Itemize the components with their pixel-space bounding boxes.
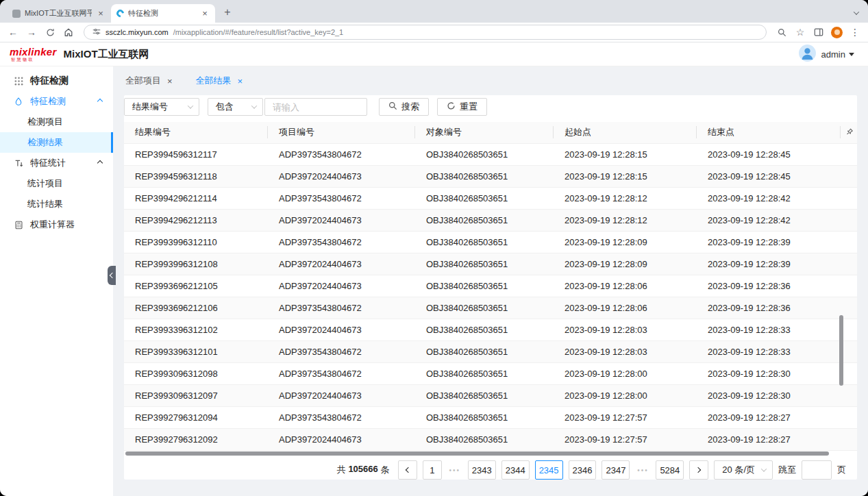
browser-tab-feature-detect[interactable]: 特征检测 ×: [111, 4, 215, 23]
kebab-menu-icon[interactable]: ⋮: [849, 27, 861, 38]
vertical-scrollbar[interactable]: [839, 315, 843, 386]
browser-window: MixIOT工业互联网平 × 特征检测 × + ← → ssczlc.mixyu…: [0, 0, 868, 496]
table-cell-pin: [841, 231, 857, 253]
sidebar-item-detect-result[interactable]: 检测结果: [0, 132, 113, 153]
table-cell: REP3994596312118: [124, 165, 268, 187]
table-cell: 2023-09-19 12:28:03: [554, 340, 697, 362]
table-cell: 2023-09-19 12:28:27: [697, 428, 841, 450]
table-cell: OBJ3840268503651: [415, 187, 554, 209]
reset-button[interactable]: 重置: [437, 98, 487, 116]
sidebar-app-title-label: 特征检测: [30, 75, 69, 87]
reload-icon[interactable]: [44, 28, 56, 37]
zoom-icon[interactable]: [776, 28, 788, 37]
search-icon: [388, 101, 397, 112]
table-cell-pin: [841, 297, 857, 319]
table-cell: REP3993996312110: [124, 231, 268, 253]
table-cell: REP3993696212106: [124, 297, 268, 319]
field-select[interactable]: 结果编号: [124, 98, 199, 116]
table-row: REP3992796312092ADP3972024404673OBJ38402…: [124, 428, 857, 450]
sidebar-collapse-handle[interactable]: [108, 266, 116, 285]
sidebar-item-stats-project[interactable]: 统计项目: [0, 173, 113, 194]
table-cell: 2023-09-19 12:28:12: [554, 187, 697, 209]
page-button-2346[interactable]: 2346: [569, 460, 597, 480]
sidebar-group-weight-calculator[interactable]: 权重计算器: [0, 214, 113, 235]
table-cell: 2023-09-19 12:27:57: [554, 428, 697, 450]
page-ellipsis[interactable]: •••: [635, 467, 650, 474]
results-table: 结果编号 项目编号 对象编号 起始点 结束点: [124, 122, 857, 456]
sidebar-item-detect-project[interactable]: 检测项目: [0, 112, 113, 132]
pagination-pages: 1•••23432344234523462347•••5284: [423, 460, 684, 480]
forward-icon[interactable]: →: [25, 27, 38, 38]
page-size-select[interactable]: 20 条/页: [714, 460, 773, 480]
tab-close-icon[interactable]: ×: [167, 76, 173, 86]
user-menu-caret-icon[interactable]: [849, 53, 854, 56]
table-cell: REP3993096312097: [124, 384, 268, 406]
page-button-1[interactable]: 1: [423, 460, 442, 480]
table-row: REP3994596312117ADP3973543804672OBJ38402…: [124, 143, 857, 165]
url-path: /mixapplication/#/feature/result/list?ac…: [173, 28, 344, 36]
sidebar-item-stats-result[interactable]: 统计结果: [0, 194, 113, 214]
site-info-icon[interactable]: [92, 27, 101, 37]
user-avatar[interactable]: [799, 45, 816, 64]
table-row: REP3993396312102ADP3972024404673OBJ38402…: [124, 319, 857, 340]
operator-select[interactable]: 包含: [208, 98, 263, 116]
page-button-5284[interactable]: 5284: [656, 460, 684, 480]
sidebar-app-title: 特征检测: [0, 71, 113, 91]
page-button-2344[interactable]: 2344: [501, 460, 530, 480]
home-icon[interactable]: [62, 27, 75, 37]
jump-page-input[interactable]: [802, 460, 832, 480]
sidebar: 特征检测 特征检测 检测项目 检测结果 特征统计: [0, 66, 113, 496]
table-cell: OBJ3840268503651: [415, 231, 554, 253]
column-header-pin[interactable]: [841, 122, 857, 143]
column-header: 结果编号: [124, 122, 268, 143]
sidebar-group-label: 权重计算器: [30, 219, 102, 231]
table-cell: OBJ3840268503651: [415, 165, 554, 187]
table-cell: 2023-09-19 12:28:30: [697, 384, 841, 406]
page-tab-all-results[interactable]: 全部结果 ×: [196, 75, 243, 87]
page-button-2343[interactable]: 2343: [468, 460, 496, 480]
table-cell: REP3993696212105: [124, 275, 268, 297]
table-row: REP3993996312110ADP3973543804672OBJ38402…: [124, 231, 857, 253]
page-button-2345[interactable]: 2345: [535, 460, 563, 480]
page-tab-all-projects[interactable]: 全部项目 ×: [125, 75, 173, 87]
tab-close-icon[interactable]: ×: [96, 8, 106, 18]
app-header: mixlinker 智慧物联 MixIOT工业互联网 admin: [0, 42, 868, 66]
sidebar-group-feature-detect[interactable]: 特征检测: [0, 91, 113, 112]
browser-tab-mixiot[interactable]: MixIOT工业互联网平 ×: [7, 4, 111, 23]
new-tab-button[interactable]: +: [219, 4, 236, 21]
pushpin-icon[interactable]: [842, 126, 855, 139]
tab-close-icon[interactable]: ×: [238, 76, 243, 86]
table-cell: 2023-09-19 12:28:36: [697, 275, 841, 297]
page-button-2347[interactable]: 2347: [602, 460, 630, 480]
prev-page-button[interactable]: [398, 460, 417, 480]
next-page-button[interactable]: [689, 460, 708, 480]
bookmark-star-icon[interactable]: ☆: [794, 27, 806, 38]
search-button[interactable]: 搜索: [379, 98, 429, 116]
table-body: REP3994596312117ADP3973543804672OBJ38402…: [124, 143, 857, 450]
profile-avatar[interactable]: [831, 27, 843, 38]
side-panel-icon[interactable]: [813, 27, 825, 37]
table-cell: OBJ3840268503651: [415, 362, 554, 384]
tab-search-icon[interactable]: [854, 9, 859, 14]
mixlinker-logo: mixlinker 智慧物联: [10, 47, 57, 62]
filter-value-input[interactable]: [264, 98, 367, 116]
tab-close-icon[interactable]: ×: [200, 8, 210, 18]
table-cell: 2023-09-19 12:28:33: [697, 340, 841, 362]
total-count: 105666: [348, 464, 377, 476]
horizontal-scrollbar[interactable]: [125, 451, 829, 456]
table-cell-pin: [841, 165, 857, 187]
table-cell: ADP3973543804672: [268, 231, 415, 253]
browser-toolbar: ← → ssczlc.mixyun.com/mixapplication/#/f…: [0, 23, 868, 42]
table-cell-pin: [841, 406, 857, 428]
table-cell: ADP3973543804672: [268, 406, 415, 428]
page-ellipsis[interactable]: •••: [447, 467, 462, 474]
table-cell: 2023-09-19 12:28:30: [697, 362, 841, 384]
sidebar-item-label: 统计结果: [27, 198, 63, 210]
sidebar-group-feature-stats[interactable]: 特征统计: [0, 153, 113, 173]
address-bar[interactable]: ssczlc.mixyun.com/mixapplication/#/featu…: [84, 25, 767, 40]
sidebar-item-label: 检测结果: [27, 136, 63, 149]
user-name[interactable]: admin: [821, 49, 845, 60]
tab-title: 特征检测: [128, 8, 196, 18]
back-icon[interactable]: ←: [7, 27, 19, 38]
table-row: REP3994296212114ADP3973543804672OBJ38402…: [124, 187, 857, 209]
